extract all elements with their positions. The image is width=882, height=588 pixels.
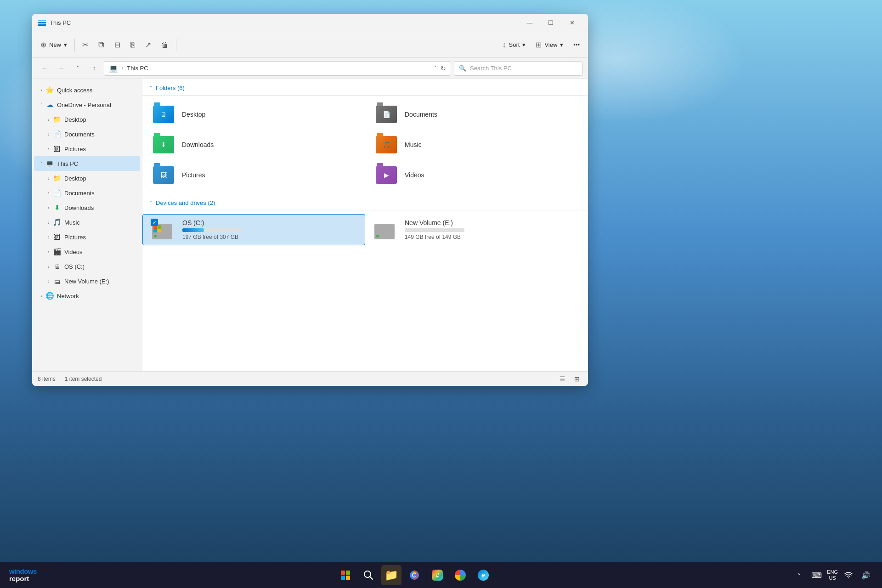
drives-section-title: Devices and drives (2) (156, 199, 215, 206)
minimize-button[interactable]: — (519, 16, 540, 30)
selected-count: 1 item selected (65, 376, 102, 382)
chevron-documents-od: › (45, 132, 52, 137)
delete-button[interactable]: 🗑 (157, 37, 173, 53)
sidebar-item-desktop-pc[interactable]: › 📁 Desktop (34, 171, 140, 186)
region-label: US (829, 575, 836, 581)
forward-button[interactable]: → (54, 62, 68, 75)
folder-music[interactable]: 🎵 Music (365, 130, 588, 160)
share-button[interactable]: ↗ (141, 37, 156, 53)
rename-button[interactable]: ⎘ (126, 37, 140, 53)
view-icon: ⊞ (536, 40, 542, 49)
list-view-button[interactable]: ☰ (557, 373, 568, 384)
brand-windows: windows (9, 568, 37, 576)
star-icon: ⭐ (45, 85, 54, 95)
folder-icon-wrap-videos: ▶ (374, 164, 398, 186)
search-icon: 🔍 (459, 65, 466, 72)
folder-icon-documents-pc: 📄 (52, 188, 62, 198)
close-button[interactable]: ✕ (561, 16, 582, 30)
address-dropdown-icon[interactable]: ˅ (434, 65, 437, 71)
sidebar-item-documents-od[interactable]: › 📄 Documents (34, 127, 140, 141)
folders-chevron[interactable]: ˅ (150, 85, 152, 90)
folder-videos[interactable]: ▶ Videos (365, 160, 588, 190)
taskbar-volume-button[interactable]: 🔊 (859, 568, 873, 582)
list-view-icon: ☰ (560, 375, 565, 383)
edge-icon: e (478, 570, 489, 581)
dropdown-button[interactable]: ˅ (71, 62, 85, 75)
chevron-quick-access: › (38, 88, 45, 93)
sort-button[interactable]: ↕ Sort ▾ (498, 37, 531, 53)
taskbar-maps-button[interactable] (450, 565, 470, 585)
taskbar-start-button[interactable] (335, 565, 356, 585)
taskbar-search-button[interactable] (358, 565, 379, 585)
view-dropdown-icon: ▾ (560, 41, 563, 48)
sidebar-item-pictures-od[interactable]: › 🖼 Pictures (34, 141, 140, 156)
new-button[interactable]: ⊕ New ▾ (36, 37, 72, 53)
drive-label-osc: OS (C:) (182, 219, 242, 226)
drive-checkbox-osc: ✓ (151, 219, 158, 226)
paste-button[interactable]: ⊟ (110, 37, 125, 53)
taskbar-chrome-button[interactable] (404, 565, 424, 585)
network-icon: 🌐 (45, 291, 54, 300)
taskbar-explorer-button[interactable]: 📁 (381, 565, 401, 585)
search-bar[interactable]: 🔍 Search This PC (454, 61, 582, 76)
taskbar-chevron-button[interactable]: ^ (792, 568, 806, 582)
address-bar-row: ← → ˅ ↑ 💻 › This PC ˅ ↻ 🔍 Search This PC (32, 58, 588, 79)
sidebar-item-this-pc[interactable]: ˅ 💻 This PC (34, 156, 140, 171)
taskbar-slack-button[interactable]: # (427, 565, 447, 585)
sidebar-item-music-pc[interactable]: › 🎵 Music (34, 215, 140, 230)
documents-od-label: Documents (64, 131, 95, 138)
sidebar-item-onedrive[interactable]: ˅ ☁ OneDrive - Personal (34, 97, 140, 112)
sidebar-item-osc[interactable]: › 🖥 OS (C:) (34, 259, 140, 274)
svg-point-5 (413, 572, 416, 574)
onedrive-icon: ☁ (45, 100, 54, 109)
back-button[interactable]: ← (38, 62, 51, 75)
taskbar-edge-button[interactable]: e (473, 565, 493, 585)
drive-osc[interactable]: ✓ OS (C:) 197 GB free of 307 GB (142, 214, 365, 245)
folder-downloads[interactable]: ⬇ Downloads (142, 130, 365, 160)
refresh-button[interactable]: ↻ (441, 65, 446, 72)
brand-report: report (9, 575, 37, 583)
sidebar-item-videos-pc[interactable]: › 🎬 Videos (34, 244, 140, 259)
drive-newe[interactable]: New Volume (E:) 149 GB free of 149 GB (365, 214, 588, 245)
up-button[interactable]: ↑ (87, 62, 101, 75)
taskbar-language[interactable]: ENG US (827, 569, 838, 581)
folder-icon-videos-pc: 🎬 (52, 247, 62, 256)
toolbar: ⊕ New ▾ ✂ ⧉ ⊟ ⎘ ↗ 🗑 ↕ Sort ▾ ⊞ (32, 32, 588, 58)
sidebar-item-desktop-od[interactable]: › 📁 Desktop (34, 112, 140, 127)
copy-button[interactable]: ⧉ (94, 37, 109, 53)
svg-point-4 (413, 574, 416, 577)
sidebar-item-network[interactable]: › 🌐 Network (34, 288, 140, 303)
taskbar-wifi-button[interactable] (842, 568, 855, 582)
drives-section-header: ˅ Devices and drives (2) (142, 194, 588, 210)
sidebar-item-newe[interactable]: › 🖴 New Volume (E:) (34, 274, 140, 288)
more-button[interactable]: ••• (569, 37, 584, 53)
osc-label: OS (C:) (64, 263, 85, 270)
svg-line-1 (370, 577, 373, 579)
grid-view-button[interactable]: ⊞ (571, 373, 582, 384)
cut-button[interactable]: ✂ (78, 37, 93, 53)
sidebar-item-pictures-pc[interactable]: › 🖼 Pictures (34, 230, 140, 244)
music-folder-icon: 🎵 (376, 136, 397, 153)
sidebar-item-downloads-pc[interactable]: › ⬇ Downloads (34, 200, 140, 215)
drive-icon-osc: 🖥 (52, 262, 62, 271)
folder-documents[interactable]: 📄 Documents (365, 99, 588, 130)
taskbar-keyboard-button[interactable]: ⌨ (809, 568, 823, 582)
new-label: New (49, 41, 61, 48)
copy-icon: ⧉ (98, 40, 104, 50)
maximize-button[interactable]: ☐ (540, 16, 561, 30)
sidebar-item-quick-access[interactable]: › ⭐ Quick access (34, 83, 140, 97)
address-bar[interactable]: 💻 › This PC ˅ ↻ (104, 61, 451, 76)
folder-label-videos: Videos (405, 171, 424, 179)
search-placeholder: Search This PC (470, 65, 512, 72)
drives-chevron[interactable]: ˅ (150, 200, 152, 205)
folder-desktop[interactable]: 🖥 Desktop (142, 99, 365, 130)
sidebar-item-documents-pc[interactable]: › 📄 Documents (34, 186, 140, 200)
folder-icon-wrap-music: 🎵 (374, 134, 398, 155)
folder-pictures[interactable]: 🖼 Pictures (142, 160, 365, 190)
drive-body-newe (374, 224, 395, 239)
slack-icon: # (432, 570, 443, 581)
chevron-osc: › (45, 264, 52, 269)
windows-logo-taskbar (341, 571, 350, 580)
view-button[interactable]: ⊞ View ▾ (531, 37, 568, 53)
folders-section-title: Folders (6) (156, 85, 185, 91)
